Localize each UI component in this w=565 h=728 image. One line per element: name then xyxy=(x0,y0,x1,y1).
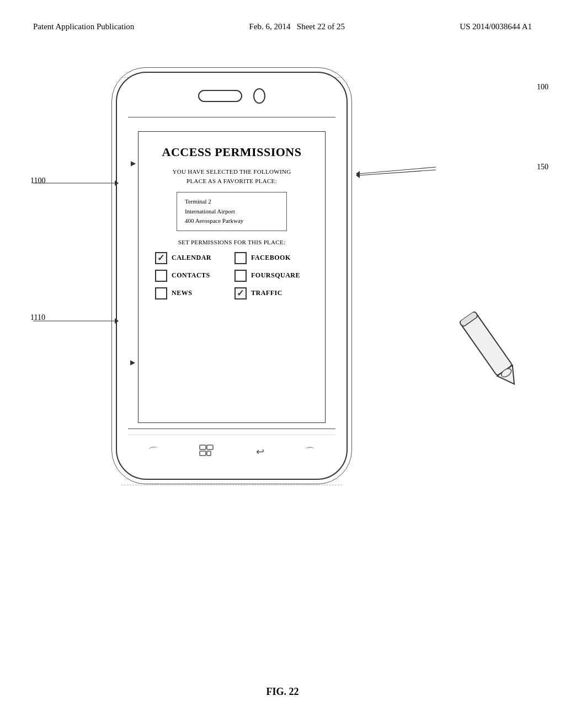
card-title: ACCESS PERMISSIONS xyxy=(150,145,314,159)
access-permissions-card: ▶ ACCESS PERMISSIONS YOU HAVE SELECTED T… xyxy=(138,131,326,423)
svg-rect-3 xyxy=(207,451,211,456)
checkbox-facebook[interactable] xyxy=(234,252,247,264)
permission-news-label: NEWS xyxy=(172,289,192,297)
checkbox-foursquare[interactable] xyxy=(234,270,247,282)
phone-body: ▶ ACCESS PERMISSIONS YOU HAVE SELECTED T… xyxy=(116,72,348,480)
permission-foursquare-label: FOURSQUARE xyxy=(251,271,300,280)
location-line1: Terminal 2 xyxy=(185,197,279,207)
svg-line-10 xyxy=(359,170,436,175)
permission-traffic[interactable]: TRAFFIC xyxy=(234,287,308,299)
permission-calendar[interactable]: CALENDAR xyxy=(155,252,229,264)
ref-150: 150 xyxy=(537,163,548,172)
nav-menu-icon[interactable] xyxy=(199,445,215,459)
permissions-arrow: ▶ xyxy=(130,358,135,367)
ref-1110: 1110 xyxy=(30,313,45,322)
permission-news[interactable]: NEWS xyxy=(155,287,229,299)
permission-contacts-label: CONTACTS xyxy=(172,271,210,280)
checkbox-news[interactable] xyxy=(155,287,167,299)
svg-rect-2 xyxy=(200,451,206,456)
phone-edge-bottom xyxy=(121,485,342,485)
figure-label: FIG. 22 xyxy=(266,686,299,698)
ref-100: 100 xyxy=(537,83,548,92)
permission-facebook-label: FACEBOOK xyxy=(251,254,291,262)
nav-call-icon[interactable]: ⌒ xyxy=(305,445,315,458)
location-box: Terminal 2 International Airport 400 Aer… xyxy=(177,192,287,231)
checkbox-traffic[interactable] xyxy=(234,287,247,299)
speaker-slot xyxy=(198,90,242,102)
phone-device: ▶ ACCESS PERMISSIONS YOU HAVE SELECTED T… xyxy=(105,72,359,491)
camera-dot xyxy=(253,88,265,104)
phone-nav-bar: ⌒ ↩ ⌒ xyxy=(128,435,335,468)
location-line3: 400 Aerospace Parkway xyxy=(185,216,279,226)
svg-rect-0 xyxy=(200,445,206,449)
header-left: Patent Application Publication xyxy=(33,22,134,31)
permission-traffic-label: TRAFFIC xyxy=(251,289,282,297)
checkbox-calendar[interactable] xyxy=(155,252,167,264)
card-subtitle: YOU HAVE SELECTED THE FOLLOWING PLACE AS… xyxy=(150,167,314,185)
header-right: US 2014/0038644 A1 xyxy=(460,22,532,31)
header-center: Feb. 6, 2014 Sheet 22 of 25 xyxy=(249,22,345,31)
permission-facebook[interactable]: FACEBOOK xyxy=(234,252,308,264)
stylus xyxy=(446,302,535,398)
card-arrow: ▶ xyxy=(131,159,136,168)
permissions-label: SET PERMISSIONS FOR THIS PLACE: xyxy=(150,239,314,245)
checkbox-contacts[interactable] xyxy=(155,270,167,282)
ref-1100: 1100 xyxy=(30,176,45,185)
nav-return-icon[interactable]: ↩ xyxy=(256,446,264,458)
nav-back-icon[interactable]: ⌒ xyxy=(147,444,159,459)
permission-contacts[interactable]: CONTACTS xyxy=(155,270,229,282)
phone-screen: ▶ ACCESS PERMISSIONS YOU HAVE SELECTED T… xyxy=(128,117,335,429)
patent-header: Patent Application Publication Feb. 6, 2… xyxy=(33,22,532,31)
permission-calendar-label: CALENDAR xyxy=(172,254,211,262)
permissions-grid: CALENDAR FACEBOOK CONTACTS FOURSQUARE xyxy=(150,252,314,299)
permission-foursquare[interactable]: FOURSQUARE xyxy=(234,270,308,282)
phone-top-bar xyxy=(128,88,335,104)
svg-line-8 xyxy=(359,167,436,174)
svg-rect-1 xyxy=(207,445,213,449)
location-line2: International Airport xyxy=(185,207,279,217)
